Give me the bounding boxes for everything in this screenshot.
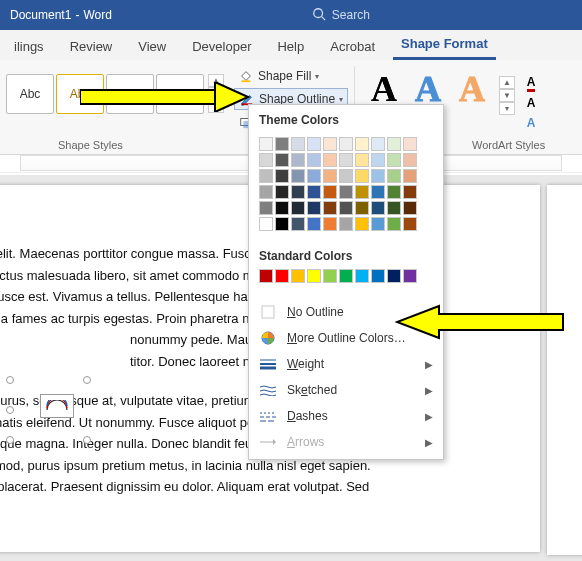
color-swatch[interactable] bbox=[403, 217, 417, 231]
resize-handle[interactable] bbox=[6, 406, 14, 414]
color-swatch[interactable] bbox=[403, 201, 417, 215]
color-swatch[interactable] bbox=[323, 217, 337, 231]
color-swatch[interactable] bbox=[307, 169, 321, 183]
color-swatch[interactable] bbox=[339, 217, 353, 231]
color-swatch[interactable] bbox=[387, 269, 401, 283]
color-swatch[interactable] bbox=[371, 137, 385, 151]
color-swatch[interactable] bbox=[259, 137, 273, 151]
color-swatch[interactable] bbox=[339, 137, 353, 151]
color-swatch[interactable] bbox=[291, 201, 305, 215]
gallery-more-button[interactable]: ▾ bbox=[499, 102, 515, 115]
color-swatch[interactable] bbox=[323, 137, 337, 151]
resize-handle[interactable] bbox=[6, 376, 14, 384]
gallery-down-button[interactable]: ▼ bbox=[499, 89, 515, 102]
color-swatch[interactable] bbox=[323, 269, 337, 283]
weight-item[interactable]: Weight ▶ bbox=[249, 351, 443, 377]
color-swatch[interactable] bbox=[291, 137, 305, 151]
resize-handle[interactable] bbox=[6, 436, 14, 444]
color-swatch[interactable] bbox=[307, 153, 321, 167]
color-swatch[interactable] bbox=[323, 185, 337, 199]
color-swatch[interactable] bbox=[259, 153, 273, 167]
tab-review[interactable]: Review bbox=[62, 35, 121, 60]
color-swatch[interactable] bbox=[339, 169, 353, 183]
text-fill-button[interactable]: A bbox=[521, 74, 541, 92]
color-swatch[interactable] bbox=[259, 169, 273, 183]
color-swatch[interactable] bbox=[387, 153, 401, 167]
resize-handle[interactable] bbox=[83, 376, 91, 384]
color-swatch[interactable] bbox=[403, 269, 417, 283]
color-swatch[interactable] bbox=[355, 185, 369, 199]
shape-content[interactable] bbox=[40, 394, 74, 418]
color-swatch[interactable] bbox=[371, 185, 385, 199]
color-swatch[interactable] bbox=[371, 217, 385, 231]
color-swatch[interactable] bbox=[275, 137, 289, 151]
color-swatch[interactable] bbox=[355, 269, 369, 283]
color-swatch[interactable] bbox=[403, 137, 417, 151]
color-swatch[interactable] bbox=[323, 169, 337, 183]
color-swatch[interactable] bbox=[307, 201, 321, 215]
color-swatch[interactable] bbox=[339, 269, 353, 283]
color-swatch[interactable] bbox=[291, 169, 305, 183]
color-swatch[interactable] bbox=[403, 153, 417, 167]
color-swatch[interactable] bbox=[371, 169, 385, 183]
color-swatch[interactable] bbox=[307, 269, 321, 283]
color-swatch[interactable] bbox=[387, 185, 401, 199]
color-swatch[interactable] bbox=[275, 201, 289, 215]
tab-shape-format[interactable]: Shape Format bbox=[393, 32, 496, 60]
tab-help[interactable]: Help bbox=[269, 35, 312, 60]
color-swatch[interactable] bbox=[275, 217, 289, 231]
color-swatch[interactable] bbox=[291, 185, 305, 199]
color-swatch[interactable] bbox=[275, 153, 289, 167]
color-swatch[interactable] bbox=[371, 153, 385, 167]
text-outline-button[interactable]: A bbox=[521, 94, 541, 112]
color-swatch[interactable] bbox=[371, 201, 385, 215]
selected-shape[interactable] bbox=[10, 380, 87, 440]
color-swatch[interactable] bbox=[371, 269, 385, 283]
resize-handle[interactable] bbox=[83, 436, 91, 444]
color-swatch[interactable] bbox=[275, 269, 289, 283]
text-effects-button[interactable]: A bbox=[521, 114, 541, 132]
color-swatch[interactable] bbox=[259, 201, 273, 215]
gallery-up-button[interactable]: ▲ bbox=[499, 76, 515, 89]
color-swatch[interactable] bbox=[403, 185, 417, 199]
color-swatch[interactable] bbox=[355, 153, 369, 167]
color-swatch[interactable] bbox=[355, 201, 369, 215]
color-swatch[interactable] bbox=[339, 185, 353, 199]
color-swatch[interactable] bbox=[291, 153, 305, 167]
dashes-icon bbox=[259, 410, 277, 422]
color-swatch[interactable] bbox=[259, 217, 273, 231]
color-swatch[interactable] bbox=[355, 169, 369, 183]
shape-fill-button[interactable]: Shape Fill ▾ bbox=[234, 66, 348, 86]
color-swatch[interactable] bbox=[387, 201, 401, 215]
dashes-item[interactable]: Dashes ▶ bbox=[249, 403, 443, 429]
color-swatch[interactable] bbox=[275, 185, 289, 199]
color-swatch[interactable] bbox=[355, 137, 369, 151]
tab-mailings[interactable]: ilings bbox=[6, 35, 52, 60]
color-swatch[interactable] bbox=[323, 201, 337, 215]
color-swatch[interactable] bbox=[275, 169, 289, 183]
color-swatch[interactable] bbox=[259, 185, 273, 199]
search-box[interactable]: Search bbox=[312, 7, 370, 24]
color-swatch[interactable] bbox=[291, 217, 305, 231]
color-swatch[interactable] bbox=[291, 269, 305, 283]
color-swatch[interactable] bbox=[355, 217, 369, 231]
color-swatch[interactable] bbox=[339, 153, 353, 167]
tab-acrobat[interactable]: Acrobat bbox=[322, 35, 383, 60]
tab-view[interactable]: View bbox=[130, 35, 174, 60]
color-swatch[interactable] bbox=[387, 217, 401, 231]
color-swatch[interactable] bbox=[339, 201, 353, 215]
color-swatch[interactable] bbox=[387, 169, 401, 183]
color-swatch[interactable] bbox=[307, 185, 321, 199]
shape-style-1[interactable]: Abc bbox=[6, 74, 54, 114]
color-swatch[interactable] bbox=[307, 217, 321, 231]
color-swatch[interactable] bbox=[307, 137, 321, 151]
color-swatch[interactable] bbox=[323, 153, 337, 167]
sketched-item[interactable]: Sketched ▶ bbox=[249, 377, 443, 403]
color-wheel-icon bbox=[259, 331, 277, 345]
wordart-style-3[interactable]: A bbox=[453, 68, 491, 110]
color-swatch[interactable] bbox=[387, 137, 401, 151]
svg-line-1 bbox=[321, 16, 325, 20]
tab-developer[interactable]: Developer bbox=[184, 35, 259, 60]
color-swatch[interactable] bbox=[403, 169, 417, 183]
color-swatch[interactable] bbox=[259, 269, 273, 283]
